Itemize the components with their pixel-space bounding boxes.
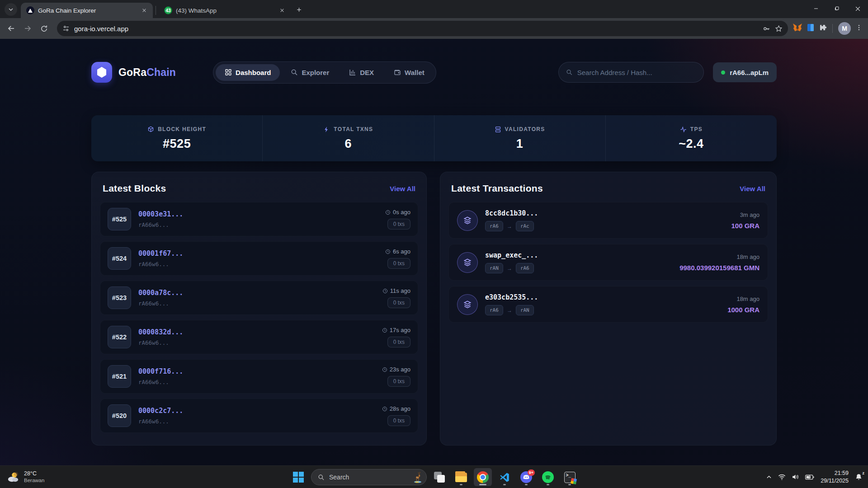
terminal-button[interactable]: >_ bbox=[561, 468, 579, 486]
start-button[interactable] bbox=[289, 468, 307, 486]
tab-gora-chain-explorer[interactable]: GoRa Chain Explorer bbox=[21, 3, 153, 18]
chrome-button[interactable] bbox=[474, 468, 492, 486]
maximize-button[interactable] bbox=[826, 0, 847, 17]
back-button[interactable] bbox=[4, 21, 19, 36]
taskbar-clock[interactable]: 21:59 29/11/2025 bbox=[821, 469, 849, 484]
metamask-extension-icon[interactable] bbox=[793, 23, 802, 34]
spotify-button[interactable] bbox=[539, 468, 557, 486]
url-text[interactable]: gora-io.vercel.app bbox=[74, 25, 758, 33]
nav-item-dex[interactable]: DEX bbox=[340, 64, 383, 81]
txns-view-all-link[interactable]: View All bbox=[740, 185, 765, 192]
taskbar-search-label: Search bbox=[329, 474, 407, 481]
transaction-row[interactable]: e303cb2535... rA6 → rAN 18m ago 1000 GRA bbox=[448, 286, 768, 323]
blocks-view-all-link[interactable]: View All bbox=[390, 185, 415, 192]
window-controls bbox=[806, 0, 868, 17]
arrow-icon: → bbox=[507, 265, 512, 272]
block-row[interactable]: #524 00001f67... rA66w6... 6s ago 0 txs bbox=[100, 241, 418, 276]
txn-hash[interactable]: 8cc8dc1b30... bbox=[485, 209, 724, 217]
file-explorer-button[interactable] bbox=[452, 468, 470, 486]
browser-toolbar: gora-io.vercel.app M bbox=[0, 18, 868, 39]
task-view-icon bbox=[434, 472, 445, 483]
wallet-icon bbox=[394, 69, 401, 76]
deer-of-the-day-icon bbox=[412, 471, 424, 483]
to-badge: rA6 bbox=[516, 263, 534, 273]
arrow-icon: → bbox=[507, 307, 512, 314]
toolbar-divider bbox=[832, 24, 833, 33]
site-search[interactable] bbox=[558, 62, 704, 83]
account-chip[interactable]: rA66...apLm bbox=[713, 62, 777, 82]
vercel-favicon-icon bbox=[26, 6, 34, 14]
vscode-button[interactable] bbox=[495, 468, 514, 486]
txn-age: 18m ago bbox=[736, 253, 760, 260]
block-hash[interactable]: 0000c2c7... bbox=[138, 407, 375, 415]
block-hash[interactable]: 0000a78c... bbox=[138, 289, 375, 297]
from-badge: rA6 bbox=[485, 221, 503, 231]
txn-hash[interactable]: swap_exec_... bbox=[485, 251, 672, 259]
reload-button[interactable] bbox=[36, 21, 52, 36]
weather-condition: Berawan bbox=[24, 477, 44, 483]
txs-count-badge: 0 txs bbox=[387, 376, 410, 387]
clock-icon bbox=[382, 328, 387, 333]
stats-bar: BLOCK HEIGHT #525 TOTAL TXNS 6 VALIDATOR… bbox=[91, 115, 777, 161]
tray-chevron-up-icon[interactable] bbox=[766, 474, 772, 480]
nav-item-wallet[interactable]: Wallet bbox=[385, 64, 434, 81]
discord-badge: 9+ bbox=[528, 469, 535, 476]
tab-search-button[interactable] bbox=[5, 3, 17, 16]
forward-button[interactable] bbox=[20, 21, 35, 36]
taskbar-search[interactable]: Search bbox=[311, 469, 427, 485]
block-proposer: rA66w6... bbox=[138, 300, 375, 307]
notification-bell-button[interactable]: z bbox=[855, 473, 863, 481]
new-tab-button[interactable] bbox=[292, 3, 305, 16]
forward-arrow-icon bbox=[24, 24, 32, 33]
minimize-button[interactable] bbox=[806, 0, 826, 17]
site-search-input[interactable] bbox=[577, 69, 696, 76]
txn-hash[interactable]: e303cb2535... bbox=[485, 293, 720, 301]
search-icon bbox=[318, 474, 325, 481]
brand[interactable]: GoRaChain bbox=[91, 62, 176, 83]
site-settings-icon[interactable] bbox=[62, 25, 70, 32]
password-key-icon[interactable] bbox=[763, 25, 770, 33]
block-row[interactable]: #522 0000832d... rA66w6... 17s ago 0 txs bbox=[100, 320, 418, 354]
battery-charging-icon[interactable] bbox=[805, 474, 814, 480]
transaction-row[interactable]: swap_exec_... rAN → rA6 18m ago 9980.039… bbox=[448, 244, 768, 281]
docs-extension-icon[interactable] bbox=[807, 23, 814, 33]
block-row[interactable]: #520 0000c2c7... rA66w6... 28s ago 0 txs bbox=[100, 399, 418, 433]
block-hash[interactable]: 00001f67... bbox=[138, 249, 378, 258]
volume-icon[interactable] bbox=[792, 474, 799, 480]
google-pinwheel-icon bbox=[571, 478, 577, 484]
wifi-icon[interactable] bbox=[778, 474, 786, 480]
tab-close-icon[interactable] bbox=[278, 6, 286, 14]
block-row[interactable]: #525 00003e31... rA66w6... 0s ago 0 txs bbox=[100, 202, 418, 236]
discord-button[interactable]: 9+ bbox=[517, 468, 535, 486]
terminal-icon: >_ bbox=[564, 472, 576, 483]
bookmark-star-icon[interactable] bbox=[775, 25, 783, 33]
brand-name: GoRaChain bbox=[118, 66, 176, 79]
extensions-puzzle-icon[interactable] bbox=[819, 23, 827, 33]
block-row[interactable]: #521 0000f716... rA66w6... 23s ago 0 txs bbox=[100, 359, 418, 394]
menu-kebab-icon[interactable] bbox=[855, 24, 863, 33]
block-hash[interactable]: 0000832d... bbox=[138, 328, 375, 336]
block-proposer: rA66w6... bbox=[138, 261, 378, 267]
clock-time: 21:59 bbox=[835, 469, 849, 477]
block-hash[interactable]: 00003e31... bbox=[138, 210, 378, 218]
block-row[interactable]: #523 0000a78c... rA66w6... 11s ago 0 txs bbox=[100, 281, 418, 315]
clock-icon bbox=[382, 288, 388, 294]
clock-date: 29/11/2025 bbox=[821, 477, 849, 484]
stat-block-height: BLOCK HEIGHT #525 bbox=[91, 115, 262, 161]
nav-item-explorer[interactable]: Explorer bbox=[282, 64, 338, 81]
block-hash[interactable]: 0000f716... bbox=[138, 367, 375, 375]
profile-avatar[interactable]: M bbox=[838, 22, 851, 35]
weather-widget[interactable]: 28°C Berawan bbox=[0, 470, 118, 484]
close-button[interactable] bbox=[847, 0, 868, 17]
task-view-button[interactable] bbox=[430, 468, 448, 486]
tab-title: (43) WhatsApp bbox=[176, 7, 274, 14]
activity-icon bbox=[680, 126, 687, 133]
address-bar[interactable]: gora-io.vercel.app bbox=[57, 21, 788, 36]
browser-tabstrip: GoRa Chain Explorer 43 (43) WhatsApp bbox=[0, 0, 868, 18]
nav-item-dashboard[interactable]: Dashboard bbox=[216, 64, 280, 81]
server-icon bbox=[495, 126, 501, 133]
tab-close-icon[interactable] bbox=[140, 6, 148, 14]
transaction-row[interactable]: 8cc8dc1b30... rA6 → rAc 3m ago 100 GRA bbox=[448, 202, 768, 239]
clock-icon bbox=[382, 367, 387, 372]
tab-whatsapp[interactable]: 43 (43) WhatsApp bbox=[159, 3, 291, 18]
